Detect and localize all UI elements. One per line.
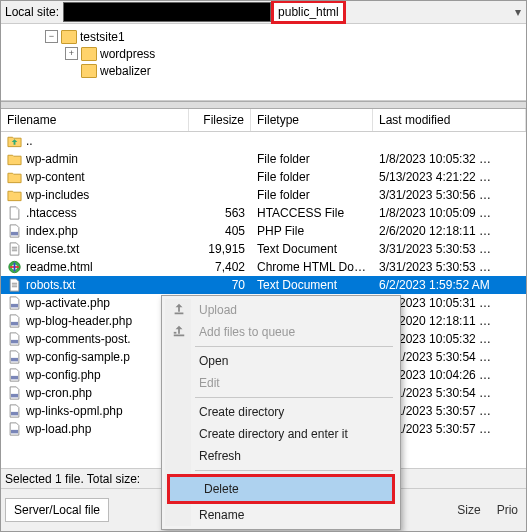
tree-node[interactable]: webalizer xyxy=(65,62,526,79)
splitter[interactable] xyxy=(1,101,526,109)
file-row[interactable]: wp-contentFile folder5/13/2023 4:21:22 … xyxy=(1,168,526,186)
php-icon xyxy=(7,422,22,436)
file-row[interactable]: .htaccess563HTACCESS File1/8/2023 10:05:… xyxy=(1,204,526,222)
col-filename[interactable]: Filename xyxy=(1,109,189,131)
tab-server-local[interactable]: Server/Local file xyxy=(5,498,109,522)
file-icon xyxy=(7,206,22,220)
col-last-modified[interactable]: Last modified xyxy=(373,109,526,131)
queue-icon xyxy=(171,324,187,341)
file-type: PHP File xyxy=(251,222,373,240)
menu-item-create-directory[interactable]: Create directory xyxy=(165,401,397,423)
col-filetype[interactable]: Filetype xyxy=(251,109,373,131)
file-type: File folder xyxy=(251,150,373,168)
file-row[interactable]: wp-adminFile folder1/8/2023 10:05:32 … xyxy=(1,150,526,168)
php-icon xyxy=(7,350,22,364)
menu-item-label: Delete xyxy=(204,482,239,496)
file-name: wp-admin xyxy=(26,150,78,168)
txt-icon xyxy=(7,278,22,292)
file-name: wp-includes xyxy=(26,186,89,204)
php-icon xyxy=(7,368,22,382)
file-modified: 5/13/2023 4:21:22 … xyxy=(373,168,526,186)
php-icon xyxy=(7,296,22,310)
file-size: 7,402 xyxy=(189,258,251,276)
tree-node[interactable]: − testsite1 xyxy=(45,28,526,45)
file-row[interactable]: robots.txt70Text Document6/2/2023 1:59:5… xyxy=(1,276,526,294)
file-list-header[interactable]: Filename Filesize Filetype Last modified xyxy=(1,109,526,132)
file-name: wp-content xyxy=(26,168,85,186)
location-dropdown-icon[interactable]: ▾ xyxy=(510,5,526,19)
file-size: 70 xyxy=(189,276,251,294)
tree-label: testsite1 xyxy=(80,29,125,45)
context-menu: UploadAdd files to queueOpenEditCreate d… xyxy=(161,295,401,530)
file-name: wp-activate.php xyxy=(26,294,110,312)
col-filesize[interactable]: Filesize xyxy=(189,109,251,131)
tree-label: wordpress xyxy=(100,46,155,62)
php-icon xyxy=(7,314,22,328)
menu-item-label: Create directory xyxy=(199,405,284,419)
file-name: wp-links-opml.php xyxy=(26,402,123,420)
menu-item-upload: Upload xyxy=(165,299,397,321)
file-name: wp-load.php xyxy=(26,420,91,438)
col-size: Size xyxy=(449,499,488,521)
menu-item-label: Rename xyxy=(199,508,244,522)
file-modified: 3/31/2023 5:30:53 … xyxy=(373,240,526,258)
menu-item-refresh[interactable]: Refresh xyxy=(165,445,397,467)
menu-item-rename[interactable]: Rename xyxy=(165,504,397,526)
file-size: 405 xyxy=(189,222,251,240)
php-icon xyxy=(7,404,22,418)
file-type: Text Document xyxy=(251,240,373,258)
file-name: license.txt xyxy=(26,240,79,258)
menu-item-edit: Edit xyxy=(165,372,397,394)
file-name: .. xyxy=(26,132,33,150)
file-name: index.php xyxy=(26,222,78,240)
up-icon xyxy=(7,134,22,148)
tree-toggle-icon[interactable]: + xyxy=(65,47,78,60)
tree-label: webalizer xyxy=(100,63,151,79)
folder-icon xyxy=(81,64,97,78)
location-path-highlight[interactable]: public_html xyxy=(271,0,346,24)
txt-icon xyxy=(7,242,22,256)
file-name: wp-blog-header.php xyxy=(26,312,132,330)
file-row[interactable]: .. xyxy=(1,132,526,150)
location-label: Local site: xyxy=(1,5,63,19)
folder-tree[interactable]: − testsite1 + wordpress webalizer xyxy=(1,24,526,101)
menu-item-label: Refresh xyxy=(199,449,241,463)
file-name: robots.txt xyxy=(26,276,75,294)
html-icon xyxy=(7,260,22,274)
folder-icon xyxy=(7,188,22,202)
location-bar: Local site: public_html ▾ xyxy=(1,1,526,24)
tree-node[interactable]: + wordpress xyxy=(65,45,526,62)
file-name: wp-config.php xyxy=(26,366,101,384)
file-modified: 2/6/2020 12:18:11 … xyxy=(373,222,526,240)
file-name: wp-config-sample.p xyxy=(26,348,130,366)
tree-toggle-icon[interactable]: − xyxy=(45,30,58,43)
php-icon xyxy=(7,386,22,400)
file-size: 19,915 xyxy=(189,240,251,258)
file-name: .htaccess xyxy=(26,204,77,222)
upload-icon xyxy=(171,302,187,319)
menu-item-label: Add files to queue xyxy=(199,325,295,339)
menu-item-label: Edit xyxy=(199,376,220,390)
folder-icon xyxy=(7,170,22,184)
file-row[interactable]: readme.html7,402Chrome HTML Do…3/31/2023… xyxy=(1,258,526,276)
file-size: 563 xyxy=(189,204,251,222)
file-row[interactable]: index.php405PHP File2/6/2020 12:18:11 … xyxy=(1,222,526,240)
folder-icon xyxy=(81,47,97,61)
file-modified: 1/8/2023 10:05:32 … xyxy=(373,150,526,168)
file-modified: 1/8/2023 10:05:09 … xyxy=(373,204,526,222)
file-type: File folder xyxy=(251,168,373,186)
menu-item-delete[interactable]: Delete xyxy=(167,474,395,504)
status-text: Selected 1 file. Total size: xyxy=(5,472,140,486)
file-type: File folder xyxy=(251,186,373,204)
folder-icon xyxy=(7,152,22,166)
file-type: HTACCESS File xyxy=(251,204,373,222)
menu-item-open[interactable]: Open xyxy=(165,350,397,372)
menu-item-add-files-to-queue: Add files to queue xyxy=(165,321,397,343)
folder-icon xyxy=(61,30,77,44)
file-row[interactable]: license.txt19,915Text Document3/31/2023 … xyxy=(1,240,526,258)
php-icon xyxy=(7,224,22,238)
file-name: readme.html xyxy=(26,258,93,276)
file-name: wp-comments-post. xyxy=(26,330,131,348)
menu-item-create-directory-and-enter-it[interactable]: Create directory and enter it xyxy=(165,423,397,445)
file-row[interactable]: wp-includesFile folder3/31/2023 5:30:56 … xyxy=(1,186,526,204)
